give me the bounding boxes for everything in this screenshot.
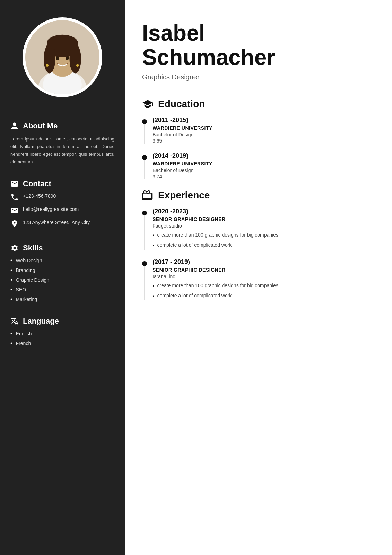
divider-1 bbox=[16, 169, 109, 169]
skills-icon bbox=[10, 244, 19, 252]
experience-section: Experience (2020 -2023) SENIOR GRAPHIC D… bbox=[142, 190, 375, 300]
phone-value: +123-456-7890 bbox=[23, 193, 56, 199]
contact-heading: Contact bbox=[10, 179, 114, 188]
divider-3 bbox=[16, 306, 109, 306]
timeline-dot bbox=[142, 119, 147, 124]
edu-years-2: (2014 -2019) bbox=[153, 152, 375, 160]
address-value: 123 Anywhere Street., Any City bbox=[23, 220, 90, 225]
edu-years-1: (2011 -2015) bbox=[153, 117, 375, 124]
exp-title-2: SENIOR GRAPHIC DESIGNER bbox=[153, 267, 375, 273]
person-name: Isabel Schumacher bbox=[142, 21, 375, 70]
timeline-dot bbox=[142, 155, 147, 160]
language-heading: Language bbox=[10, 317, 114, 326]
language-icon bbox=[10, 317, 19, 325]
skill-item: Graphic Design bbox=[10, 277, 114, 283]
experience-item-2: (2017 - 2019) SENIOR GRAPHIC DESIGNER Ia… bbox=[142, 258, 375, 300]
edu-gpa-2: 3.74 bbox=[153, 174, 375, 179]
contact-title: Contact bbox=[23, 179, 51, 188]
education-section: Education (2011 -2015) WARDIERE UNIVERSI… bbox=[142, 99, 375, 179]
sidebar: About Me Lorem ipsum dolor sit amet, con… bbox=[0, 0, 125, 555]
exp-title-1: SENIOR GRAPHIC DESIGNER bbox=[153, 216, 375, 222]
avatar-section bbox=[0, 0, 125, 111]
contact-email: hello@reallygreatsite.com bbox=[10, 206, 114, 215]
exp-company-2: Iarana, inc bbox=[153, 274, 375, 279]
language-title: Language bbox=[23, 317, 59, 326]
person-icon bbox=[10, 122, 19, 130]
svg-point-11 bbox=[46, 64, 49, 67]
language-list: English French bbox=[10, 331, 114, 347]
exp-bullets-1: create more than 100 graphic designs for… bbox=[153, 231, 375, 250]
skill-item: Branding bbox=[10, 267, 114, 273]
exp-company-1: Fauget studio bbox=[153, 223, 375, 229]
skill-item: SEO bbox=[10, 287, 114, 293]
exp-bullets-2: create more than 100 graphic designs for… bbox=[153, 282, 375, 300]
exp-bullet: complete a lot of complicated work bbox=[153, 241, 375, 250]
contact-icon bbox=[10, 180, 19, 188]
about-text: Lorem ipsum dolor sit amet, consectetur … bbox=[10, 135, 114, 166]
divider-2 bbox=[16, 233, 109, 233]
phone-icon bbox=[10, 193, 19, 202]
skill-item: Web Design bbox=[10, 257, 114, 264]
experience-title: Experience bbox=[158, 190, 210, 201]
edu-gpa-1: 3.65 bbox=[153, 138, 375, 144]
experience-heading: Experience bbox=[142, 190, 375, 201]
education-item-1: (2011 -2015) WARDIERE UNIVERSITY Bachelo… bbox=[142, 117, 375, 144]
timeline-dot bbox=[142, 261, 147, 266]
edu-degree-1: Bachelor of Design bbox=[153, 132, 375, 137]
email-value: hello@reallygreatsite.com bbox=[23, 206, 79, 212]
name-section: Isabel Schumacher Graphics Designer bbox=[142, 21, 375, 81]
skills-list: Web Design Branding Graphic Design SEO M… bbox=[10, 257, 114, 302]
education-heading: Education bbox=[142, 99, 375, 110]
skills-heading: Skills bbox=[10, 244, 114, 253]
exp-bullet: create more than 100 graphic designs for… bbox=[153, 231, 375, 240]
exp-years-2: (2017 - 2019) bbox=[153, 258, 375, 266]
education-item-2: (2014 -2019) WARDIERE UNIVERSITY Bachelo… bbox=[142, 152, 375, 179]
contact-address: 123 Anywhere Street., Any City bbox=[10, 220, 114, 228]
education-title: Education bbox=[158, 99, 205, 110]
experience-icon bbox=[142, 190, 153, 201]
edu-degree-2: Bachelor of Design bbox=[153, 168, 375, 173]
about-title: About Me bbox=[23, 121, 58, 130]
contact-phone: +123-456-7890 bbox=[10, 193, 114, 202]
sidebar-main-content: About Me Lorem ipsum dolor sit amet, con… bbox=[0, 111, 125, 350]
exp-bullet: create more than 100 graphic designs for… bbox=[153, 282, 375, 290]
edu-school-2: WARDIERE UNIVERSITY bbox=[153, 161, 375, 166]
experience-item-1: (2020 -2023) SENIOR GRAPHIC DESIGNER Fau… bbox=[142, 208, 375, 250]
svg-point-9 bbox=[56, 56, 59, 60]
skill-item: Marketing bbox=[10, 296, 114, 302]
skills-title: Skills bbox=[23, 244, 43, 253]
exp-bullet: complete a lot of complicated work bbox=[153, 292, 375, 300]
svg-point-8 bbox=[47, 35, 78, 51]
education-icon bbox=[142, 99, 153, 110]
email-icon bbox=[10, 206, 19, 215]
job-title: Graphics Designer bbox=[142, 73, 375, 81]
main-content: Isabel Schumacher Graphics Designer Educ… bbox=[125, 0, 392, 555]
avatar-image bbox=[25, 20, 99, 94]
avatar bbox=[23, 17, 102, 97]
about-heading: About Me bbox=[10, 121, 114, 130]
svg-point-10 bbox=[66, 56, 69, 60]
exp-years-1: (2020 -2023) bbox=[153, 208, 375, 215]
language-item-english: English bbox=[10, 331, 114, 337]
timeline-dot bbox=[142, 211, 147, 215]
edu-school-1: WARDIERE UNIVERSITY bbox=[153, 125, 375, 131]
svg-point-12 bbox=[76, 64, 79, 67]
language-item-french: French bbox=[10, 340, 114, 347]
location-icon bbox=[10, 220, 19, 228]
